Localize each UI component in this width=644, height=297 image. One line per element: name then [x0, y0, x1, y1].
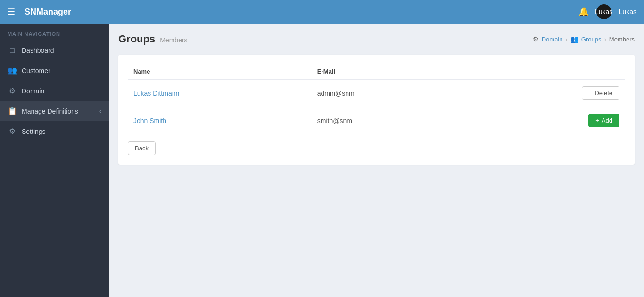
member-name-link[interactable]: John Smith: [133, 117, 166, 124]
members-table: Name E-Mail Lukas Dittmann admin@snm −: [128, 64, 625, 134]
table-row: Lukas Dittmann admin@snm − Delete: [128, 79, 625, 107]
avatar[interactable]: Lukas: [596, 4, 611, 19]
bell-icon[interactable]: 🔔: [578, 7, 589, 17]
avatar-initial: Lukas: [595, 8, 612, 16]
sidebar-item-label: Dashboard: [22, 47, 101, 54]
sidebar-item-domain[interactable]: ⚙ Domain: [0, 81, 109, 101]
sidebar-item-manage-definitions[interactable]: 📋 Manage Definitions ‹: [0, 101, 109, 121]
member-email-cell: admin@snm: [312, 79, 467, 107]
delete-button[interactable]: − Delete: [582, 86, 619, 100]
member-name-cell: Lukas Dittmann: [128, 79, 312, 107]
table-row: John Smith smith@snm + Add: [128, 107, 625, 134]
member-name-link[interactable]: Lukas Dittmann: [133, 90, 179, 97]
sidebar-item-dashboard[interactable]: □ Dashboard: [0, 41, 109, 60]
navbar-right: 🔔 Lukas Lukas: [578, 4, 636, 19]
navbar: ☰ SNManager 🔔 Lukas Lukas: [0, 0, 644, 24]
sidebar: MAIN NAVIGATION □ Dashboard 👥 Customer ⚙…: [0, 24, 109, 297]
menu-icon[interactable]: ☰: [8, 7, 15, 17]
table-body: Lukas Dittmann admin@snm − Delete John: [128, 79, 625, 134]
add-button[interactable]: + Add: [588, 114, 619, 127]
plus-icon: +: [595, 117, 599, 124]
breadcrumb-groups[interactable]: Groups: [581, 36, 602, 43]
main-content: Groups Members ⚙ Domain › 👥 Groups › Mem…: [109, 24, 644, 297]
col-name: Name: [128, 64, 312, 79]
sidebar-item-settings[interactable]: ⚙ Settings: [0, 121, 109, 141]
breadcrumb-current: Members: [609, 36, 635, 43]
member-action-cell: + Add: [467, 107, 625, 134]
dashboard-icon: □: [8, 46, 17, 55]
sidebar-item-customer[interactable]: 👥 Customer: [0, 60, 109, 81]
domain-icon: ⚙: [8, 86, 17, 95]
breadcrumb-sep-2: ›: [604, 36, 606, 43]
sidebar-item-label: Settings: [22, 128, 101, 135]
back-area: Back: [128, 141, 625, 155]
breadcrumb-domain[interactable]: Domain: [542, 36, 563, 43]
add-label: Add: [602, 117, 612, 124]
settings-icon: ⚙: [8, 127, 17, 136]
page-header: Groups Members ⚙ Domain › 👥 Groups › Mem…: [118, 33, 635, 45]
manage-definitions-icon: 📋: [8, 107, 17, 116]
members-card: Name E-Mail Lukas Dittmann admin@snm −: [118, 55, 635, 165]
member-name-cell: John Smith: [128, 107, 312, 134]
page-title-area: Groups Members: [118, 33, 188, 45]
sidebar-item-label: Customer: [22, 67, 101, 74]
col-email: E-Mail: [312, 64, 467, 79]
member-action-cell: − Delete: [467, 79, 625, 107]
minus-icon: −: [589, 90, 593, 97]
breadcrumb: ⚙ Domain › 👥 Groups › Members: [533, 35, 635, 43]
col-action: [467, 64, 625, 79]
sidebar-item-label: Domain: [22, 87, 101, 95]
back-button[interactable]: Back: [128, 141, 156, 155]
delete-label: Delete: [594, 90, 612, 97]
navbar-username: Lukas: [619, 8, 636, 16]
breadcrumb-sep-1: ›: [565, 36, 567, 43]
breadcrumb-groups-icon: 👥: [570, 35, 578, 43]
chevron-left-icon: ‹: [99, 108, 101, 115]
page-subtitle: Members: [160, 36, 187, 44]
layout: MAIN NAVIGATION □ Dashboard 👥 Customer ⚙…: [0, 24, 644, 297]
table-header: Name E-Mail: [128, 64, 625, 79]
member-email-cell: smith@snm: [312, 107, 467, 134]
sidebar-item-label: Manage Definitions: [22, 107, 95, 115]
page-title: Groups: [118, 33, 155, 45]
customer-icon: 👥: [8, 66, 17, 75]
sidebar-section-label: MAIN NAVIGATION: [0, 24, 109, 41]
app-brand: SNManager: [25, 7, 578, 17]
breadcrumb-domain-icon: ⚙: [533, 35, 539, 43]
